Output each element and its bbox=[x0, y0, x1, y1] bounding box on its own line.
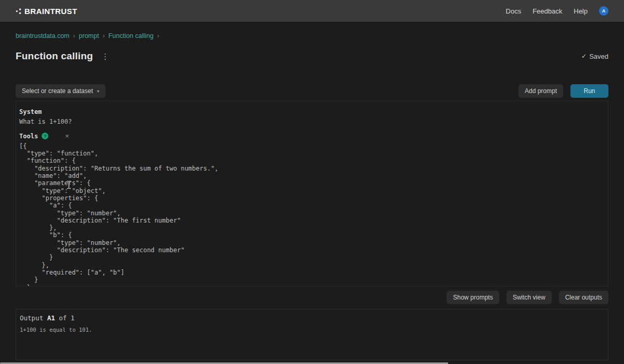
toolbar-right: Add prompt Run bbox=[518, 84, 608, 98]
braintrust-logo-icon bbox=[16, 7, 22, 15]
kebab-menu-icon[interactable]: ⋮ bbox=[101, 53, 109, 60]
nav-help-link[interactable]: Help bbox=[574, 7, 588, 15]
breadcrumb-org-link[interactable]: braintrustdata.com bbox=[16, 32, 70, 40]
output-cell-ref: A1 bbox=[47, 314, 55, 322]
braintrust-logo[interactable]: BRAINTRUST bbox=[16, 7, 77, 16]
breadcrumb-project-link[interactable]: prompt bbox=[79, 32, 99, 40]
avatar[interactable]: A bbox=[599, 6, 608, 16]
title-row: Function calling ⋮ ✓ Saved bbox=[16, 50, 608, 62]
chevron-right-icon: › bbox=[73, 32, 75, 40]
nav-docs-link[interactable]: Docs bbox=[506, 7, 522, 15]
select-dataset-button[interactable]: Select or create a dataset ▾ bbox=[16, 84, 106, 98]
top-nav: Docs Feedback Help A bbox=[506, 6, 608, 16]
clear-outputs-button[interactable]: Clear outputs bbox=[559, 291, 608, 304]
save-status: ✓ Saved bbox=[581, 53, 608, 60]
add-prompt-button[interactable]: Add prompt bbox=[518, 84, 563, 98]
help-icon[interactable]: ? bbox=[42, 133, 48, 139]
show-prompts-button[interactable]: Show prompts bbox=[447, 291, 499, 304]
close-icon[interactable]: × bbox=[65, 133, 69, 140]
tools-header: Tools ? × bbox=[19, 133, 605, 140]
save-status-label: Saved bbox=[589, 53, 608, 60]
select-dataset-label: Select or create a dataset bbox=[22, 87, 93, 95]
top-bar: BRAINTRUST Docs Feedback Help A bbox=[0, 0, 624, 22]
toolbar: Select or create a dataset ▾ Add prompt … bbox=[16, 84, 608, 98]
switch-view-button[interactable]: Switch view bbox=[506, 291, 552, 304]
prompt-playground-page: { "topbar": { "logo": "BRAINTRUST", "nav… bbox=[0, 0, 624, 364]
output-panel: Output A1 of 1 1+100 is equal to 101. bbox=[16, 309, 608, 360]
chevron-down-icon: ▾ bbox=[97, 89, 99, 94]
system-message[interactable]: What is 1+100? bbox=[19, 118, 605, 125]
check-icon: ✓ bbox=[581, 53, 587, 60]
tools-json-editor[interactable]: [{ "type": "function", "function": { "de… bbox=[19, 142, 605, 287]
chevron-right-icon: › bbox=[102, 32, 105, 40]
breadcrumb-prompt-link[interactable]: Function calling bbox=[108, 32, 153, 40]
prompt-editor[interactable]: System What is 1+100? Tools ? × [{ "type… bbox=[16, 101, 608, 287]
run-button[interactable]: Run bbox=[570, 84, 608, 98]
output-count: of 1 bbox=[59, 314, 74, 322]
page-title: Function calling bbox=[16, 50, 93, 62]
tools-label: Tools bbox=[19, 133, 38, 140]
output-actions: Show prompts Switch view Clear outputs bbox=[16, 291, 608, 304]
breadcrumb: braintrustdata.com › prompt › Function c… bbox=[16, 32, 608, 40]
logo-text: BRAINTRUST bbox=[24, 7, 77, 16]
output-label: Output bbox=[20, 314, 43, 322]
nav-feedback-link[interactable]: Feedback bbox=[532, 7, 562, 15]
output-text: 1+100 is equal to 101. bbox=[20, 327, 604, 333]
system-label: System bbox=[19, 108, 605, 115]
chevron-right-icon: › bbox=[157, 32, 159, 40]
output-header: Output A1 of 1 bbox=[20, 314, 604, 322]
